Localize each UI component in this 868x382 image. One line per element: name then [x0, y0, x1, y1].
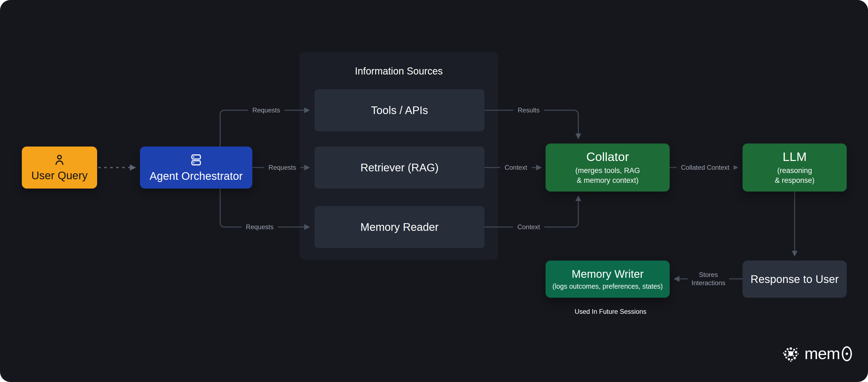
- memory-reader-label: Memory Reader: [360, 221, 439, 233]
- agent-orchestrator-label: Agent Orchestrator: [150, 170, 243, 182]
- edge-label-requests-tools: Requests: [248, 105, 284, 115]
- mem0-dots-icon: [781, 344, 800, 363]
- response-to-user-label: Response to User: [750, 273, 839, 286]
- node-llm: LLM (reasoning & response): [743, 144, 847, 192]
- edge-label-context-memory: Context: [513, 222, 545, 232]
- memory-writer-sublabel: (logs outcomes, preferences, states): [552, 282, 662, 291]
- server-icon: [189, 153, 203, 167]
- edge-label-results: Results: [514, 105, 544, 115]
- node-tools-apis: Tools / APIs: [314, 89, 485, 131]
- note-used-in-future-sessions: Used In Future Sessions: [575, 308, 647, 316]
- node-agent-orchestrator: Agent Orchestrator: [140, 147, 252, 188]
- mem0-logo: mem: [781, 344, 852, 363]
- node-response-to-user: Response to User: [743, 261, 847, 298]
- edge-label-collated-context: Collated Context: [677, 163, 734, 173]
- mem0-wordmark: mem: [804, 346, 852, 362]
- llm-label: LLM: [783, 150, 807, 164]
- tools-apis-label: Tools / APIs: [371, 104, 428, 117]
- node-memory-writer: Memory Writer (logs outcomes, preference…: [546, 261, 670, 298]
- llm-sublabel: (reasoning & response): [775, 166, 814, 185]
- edge-label-requests-retriever: Requests: [264, 163, 300, 173]
- user-query-label: User Query: [31, 169, 88, 182]
- node-user-query: User Query: [22, 147, 97, 188]
- edge-label-context-retriever: Context: [500, 163, 532, 173]
- mem0-zero-glyph: [842, 346, 852, 361]
- diagram-canvas: Information Sources Tools / APIs Retriev…: [0, 0, 868, 382]
- collator-sublabel: (merges tools, RAG & memory context): [575, 166, 640, 185]
- edge-label-stores-interactions: Stores Interactions: [688, 269, 729, 289]
- node-collator: Collator (merges tools, RAG & memory con…: [546, 144, 670, 192]
- node-retriever-rag: Retriever (RAG): [314, 147, 485, 188]
- user-icon: [53, 153, 66, 167]
- retriever-rag-label: Retriever (RAG): [360, 161, 439, 174]
- edge-orchestrator-to-tools: [220, 110, 308, 147]
- memory-writer-label: Memory Writer: [571, 268, 644, 280]
- node-memory-reader: Memory Reader: [314, 206, 485, 248]
- edge-orchestrator-to-memory-reader: [220, 188, 308, 227]
- edge-label-requests-memory: Requests: [241, 222, 278, 232]
- connector-lines: [0, 0, 868, 382]
- collator-label: Collator: [586, 150, 629, 164]
